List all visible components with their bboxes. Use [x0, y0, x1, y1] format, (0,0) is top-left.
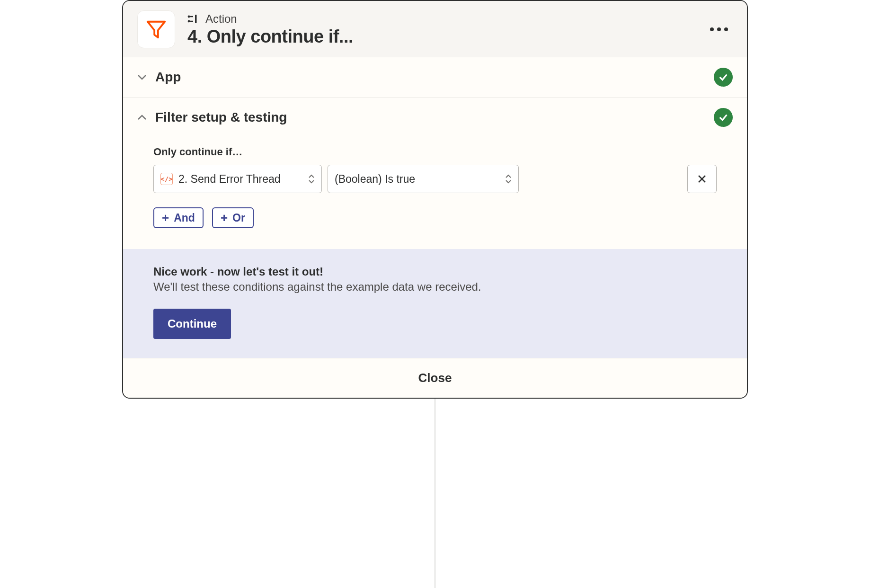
condition-source-value: 2. Send Error Thread: [178, 173, 302, 186]
test-panel-title: Nice work - now let's test it out!: [153, 265, 717, 278]
condition-row: </> 2. Send Error Thread (Boolean) Is tr…: [153, 165, 717, 193]
step-type-label: Action: [205, 12, 237, 26]
filter-app-icon: [137, 10, 175, 48]
section-filter-label: Filter setup & testing: [155, 110, 714, 125]
code-icon: </>: [160, 173, 173, 185]
section-filter-toggle[interactable]: Filter setup & testing: [123, 98, 747, 132]
step-more-menu-button[interactable]: [705, 23, 733, 36]
section-app-toggle[interactable]: App: [123, 57, 747, 98]
plus-icon: +: [162, 212, 169, 224]
continue-button[interactable]: Continue: [153, 309, 231, 339]
add-and-button[interactable]: + And: [153, 207, 204, 228]
condition-operator-value: (Boolean) Is true: [335, 173, 499, 186]
filter-setup-body: Only continue if… </> 2. Send Error Thre…: [123, 132, 747, 249]
status-ok-icon: [714, 108, 733, 127]
or-label: Or: [232, 212, 245, 224]
close-button[interactable]: Close: [123, 358, 747, 398]
step-title: 4. Only continue if...: [187, 27, 705, 47]
step-header: Action 4. Only continue if...: [123, 1, 747, 57]
select-caret-icon: [308, 174, 315, 184]
status-ok-icon: [714, 68, 733, 87]
remove-condition-button[interactable]: [687, 165, 717, 193]
test-panel-subtitle: We'll test these conditions against the …: [153, 280, 717, 294]
path-merge-icon: [187, 14, 201, 24]
svg-point-1: [188, 20, 190, 22]
test-panel: Nice work - now let's test it out! We'll…: [123, 249, 747, 358]
condition-operator-select[interactable]: (Boolean) Is true: [328, 165, 519, 193]
select-caret-icon: [505, 174, 512, 184]
chevron-up-icon: [137, 114, 150, 121]
chevron-down-icon: [137, 74, 150, 80]
condition-source-select[interactable]: </> 2. Send Error Thread: [153, 165, 322, 193]
plus-icon: +: [221, 212, 228, 224]
add-or-button[interactable]: + Or: [212, 207, 254, 228]
and-label: And: [174, 212, 195, 224]
svg-point-0: [188, 15, 190, 18]
svg-rect-2: [195, 15, 197, 23]
step-editor-card: Action 4. Only continue if... App Filter: [122, 0, 748, 399]
condition-field-label: Only continue if…: [153, 146, 717, 158]
section-app-label: App: [155, 70, 714, 85]
